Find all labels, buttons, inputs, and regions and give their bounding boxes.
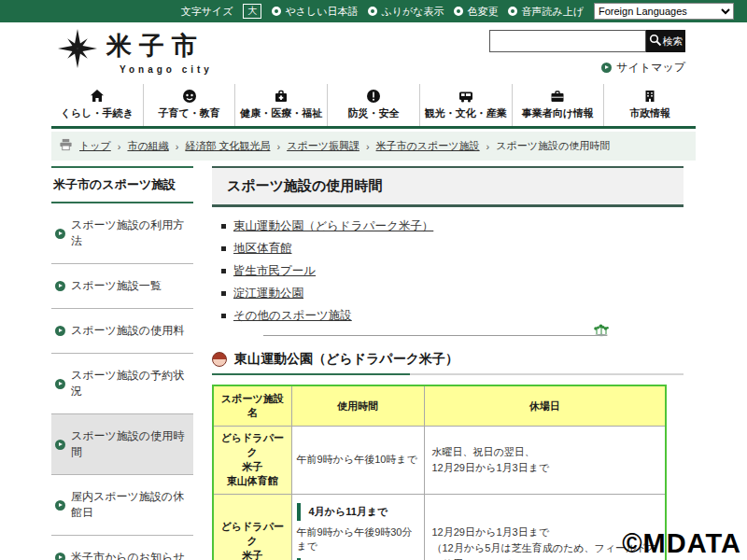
- city-name: 米子市: [106, 29, 213, 64]
- col-header-hours: 使用時間: [291, 385, 424, 427]
- briefcase-icon: [513, 88, 604, 105]
- breadcrumb-separator: [176, 141, 179, 152]
- text-to-speech-link[interactable]: 音声読み上げ: [508, 5, 584, 19]
- list-item: その他のスポーツ施設: [221, 308, 684, 324]
- medical-bag-icon: [235, 88, 327, 105]
- breadcrumb: トップ 市の組織 経済部 文化観光局 スポーツ振興課 米子市のスポーツ施設 スポ…: [51, 132, 696, 161]
- bus-icon: [420, 88, 512, 105]
- section-underline: [212, 373, 684, 375]
- toc-list: 東山運動公園（どらドラパーク米子） 地区体育館 皆生市民プール 淀江運動公園 そ…: [221, 218, 684, 324]
- sidebar-item-riyohoho[interactable]: スポーツ施設の利用方法: [51, 203, 193, 264]
- content-area: 米子市のスポーツ施設 スポーツ施設の利用方法 スポーツ施設一覧 スポーツ施設の使…: [51, 166, 696, 560]
- watermark: ©MDATA: [622, 528, 741, 559]
- search-button[interactable]: 検索: [646, 30, 685, 52]
- bullet-icon: [454, 7, 463, 16]
- table-header-row: スポーツ施設名 使用時間 休場日: [213, 385, 666, 427]
- toc-link-kaike-pool[interactable]: 皆生市民プール: [233, 263, 316, 279]
- facility-hours-table: スポーツ施設名 使用時間 休場日 どらドラパーク米子東山体育館午前9時から午後1…: [212, 385, 667, 560]
- breadcrumb-separator: [366, 141, 370, 152]
- sidebar-item-yoyaku[interactable]: スポーツ施設の予約状況: [51, 354, 193, 414]
- easy-japanese-link[interactable]: やさしい日本語: [272, 5, 358, 19]
- usage-hours-cell: 午前9時から午後10時まで: [291, 427, 424, 495]
- arrow-bullet-icon: [55, 553, 65, 560]
- color-change-link[interactable]: 色変更: [454, 5, 498, 19]
- breadcrumb-sports-facilities[interactable]: 米子市のスポーツ施設: [376, 139, 480, 153]
- time-text: 午前9時から午後10時まで: [297, 453, 419, 467]
- city-name-en: Yonago city: [120, 64, 213, 75]
- breadcrumb-separator: [486, 141, 490, 152]
- toc-link-yodoe-park[interactable]: 淀江運動公園: [233, 286, 303, 301]
- breadcrumb-current: スポーツ施設の使用時間: [496, 139, 610, 153]
- nav-item-kurashi[interactable]: くらし・手続き: [51, 84, 143, 126]
- bullet-icon: [601, 63, 612, 73]
- toc-link-chiku-taiikukan[interactable]: 地区体育館: [233, 241, 292, 257]
- font-size-large-button[interactable]: 大: [243, 4, 261, 19]
- search-area: 検索: [489, 30, 685, 52]
- toc-link-higashiyama[interactable]: 東山運動公園（どらドラパーク米子）: [233, 218, 433, 234]
- city-logo[interactable]: 米子市 Yonago city: [58, 29, 213, 75]
- nav-item-kosodate[interactable]: 子育て・教育: [143, 84, 235, 126]
- sidebar-title: 米子市のスポーツ施設: [51, 166, 193, 203]
- col-header-facility: スポーツ施設名: [213, 385, 291, 427]
- arrow-bullet-icon: [55, 229, 65, 239]
- bullet-icon: [368, 7, 377, 16]
- sidebar-item-oshirase[interactable]: 米子市からのお知らせ: [51, 536, 193, 560]
- time-text: 午前9時から午後9時30分まで: [297, 525, 419, 554]
- list-item: 地区体育館: [221, 241, 684, 257]
- closed-days-cell: 水曜日、祝日の翌日、12月29日から1月3日まで: [424, 427, 666, 495]
- section-title: 東山運動公園（どらドラパーク米子）: [234, 351, 458, 368]
- font-size-label: 文字サイズ: [181, 5, 233, 19]
- list-item: 東山運動公園（どらドラパーク米子）: [221, 218, 684, 234]
- breadcrumb-separator: [276, 141, 280, 152]
- sidebar-item-kyukanbi[interactable]: 屋内スポーツ施設の休館日: [51, 475, 193, 536]
- printer-icon[interactable]: [59, 138, 73, 154]
- main-column: スポーツ施設の使用時間 東山運動公園（どらドラパーク米子） 地区体育館 皆生市民…: [212, 166, 684, 560]
- sidebar-item-ichiran[interactable]: スポーツ施設一覧: [51, 264, 193, 309]
- alert-icon: [328, 88, 419, 105]
- utility-bar: 文字サイズ 大 やさしい日本語 ふりがな表示 色変更 音声読み上げ Foreig…: [0, 0, 747, 22]
- house-icon: [51, 88, 143, 105]
- site-header: 米子市 Yonago city 検索 サイトマップ: [0, 22, 747, 84]
- nav-item-bosai[interactable]: 防災・安全: [327, 84, 419, 126]
- arrow-bullet-icon: [55, 500, 65, 511]
- search-input[interactable]: [489, 30, 646, 52]
- usage-hours-cell: 4月から11月まで午前9時から午後9時30分まで12月から3月まで午前9時から午…: [291, 494, 424, 560]
- facility-name-cell: どらドラパーク米子東山体育館: [213, 427, 291, 495]
- furigana-link[interactable]: ふりがな表示: [368, 5, 444, 19]
- main-nav: くらし・手続き 子育て・教育 健康・医療・福祉 防災・安全: [51, 84, 696, 129]
- section-divider: [263, 335, 607, 336]
- building-icon: [604, 88, 696, 105]
- child-face-icon: [144, 88, 235, 105]
- list-item: 淀江運動公園: [221, 286, 684, 301]
- nav-item-kenko[interactable]: 健康・医療・福祉: [234, 84, 327, 126]
- breadcrumb-organization[interactable]: 市の組織: [127, 139, 168, 153]
- bullet-icon: [272, 7, 281, 16]
- bullet-icon: [508, 7, 517, 16]
- page-title: スポーツ施設の使用時間: [212, 166, 684, 207]
- nav-item-shisei[interactable]: 市政情報: [603, 84, 696, 126]
- star-logo-icon: [58, 29, 97, 72]
- sitemap-link[interactable]: サイトマップ: [601, 60, 685, 76]
- sidebar-list: スポーツ施設の利用方法 スポーツ施設一覧 スポーツ施設の使用料 スポーツ施設の予…: [51, 203, 193, 560]
- breadcrumb-sports-division[interactable]: スポーツ振興課: [287, 139, 359, 153]
- mascot-icon: [212, 352, 227, 367]
- nav-item-kanko[interactable]: 観光・文化・産業: [419, 84, 512, 126]
- language-select[interactable]: Foreign Languages: [594, 3, 734, 20]
- arrow-bullet-icon: [55, 440, 65, 450]
- col-header-closed: 休場日: [424, 385, 666, 427]
- breadcrumb-top[interactable]: トップ: [79, 139, 111, 153]
- nav-item-jigyosha[interactable]: 事業者向け情報: [512, 84, 604, 126]
- sidebar-item-shiyojikan[interactable]: スポーツ施設の使用時間: [51, 414, 193, 475]
- facility-table-body: どらドラパーク米子東山体育館午前9時から午後10時まで水曜日、祝日の翌日、12月…: [213, 427, 666, 560]
- arrow-bullet-icon: [55, 281, 65, 291]
- arrow-bullet-icon: [55, 326, 65, 336]
- toc-link-sonota[interactable]: その他のスポーツ施設: [233, 308, 352, 324]
- breadcrumb-separator: [118, 141, 121, 152]
- table-row: どらドラパーク米子東山体育館午前9時から午後10時まで水曜日、祝日の翌日、12月…: [213, 427, 666, 495]
- facility-name-cell: どらドラパーク米子陸上競技場: [213, 494, 291, 560]
- breadcrumb-keizaibu[interactable]: 経済部 文化観光局: [185, 139, 270, 153]
- section-heading: 東山運動公園（どらドラパーク米子）: [212, 351, 684, 368]
- table-row: どらドラパーク米子陸上競技場4月から11月まで午前9時から午後9時30分まで12…: [213, 494, 666, 560]
- period-label: 4月から11月まで: [297, 503, 419, 521]
- sidebar-item-shiyoryo[interactable]: スポーツ施設の使用料: [51, 309, 193, 354]
